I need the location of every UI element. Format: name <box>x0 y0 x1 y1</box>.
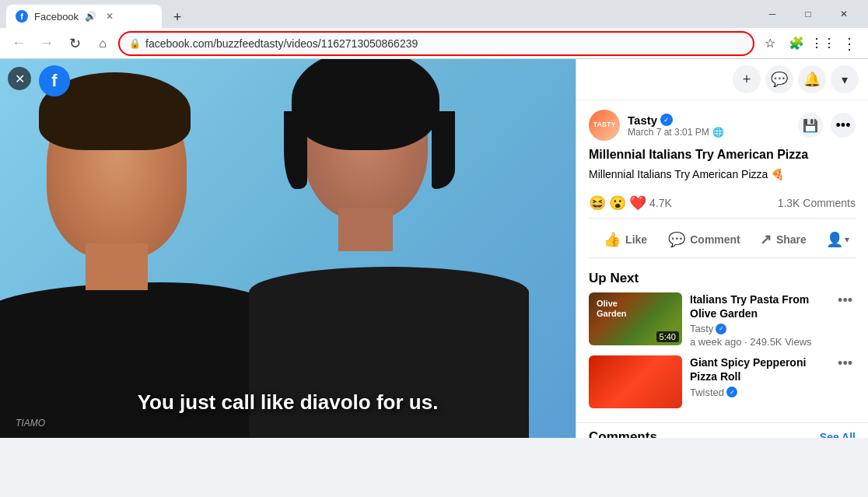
reactions-count: 4.7K <box>649 197 672 209</box>
title-bar: f Facebook 🔊 ✕ + ─ □ ✕ <box>0 0 868 28</box>
extensions-button[interactable]: 🧩 <box>784 31 809 56</box>
minimize-button[interactable]: ─ <box>754 2 790 26</box>
post-more-button[interactable]: ••• <box>831 113 856 138</box>
notifications-button[interactable]: 🔔 <box>798 65 826 93</box>
lock-icon: 🔒 <box>129 38 141 49</box>
up-next-section: Up Next OliveGarden 5:40 Italians Try Pa… <box>576 268 868 422</box>
home-button[interactable]: ⌂ <box>90 31 115 56</box>
messenger-button[interactable]: 💬 <box>765 65 793 93</box>
post-title: Millennial Italians Try American Pizza <box>589 147 856 163</box>
comment-label: Comment <box>690 233 740 246</box>
window-controls: ─ □ ✕ <box>754 2 862 26</box>
profile-button[interactable]: ⋮⋮ <box>810 31 835 56</box>
add-button[interactable]: + <box>733 65 761 93</box>
tab-title: Facebook <box>34 11 79 23</box>
tab-close-button[interactable]: ✕ <box>103 9 117 23</box>
like-icon: 👍 <box>604 231 621 248</box>
like-label: Like <box>625 233 647 246</box>
nav-right-icons: ☆ 🧩 ⋮⋮ ⋮ <box>758 31 862 56</box>
verified-badge-video-2: ✓ <box>726 387 737 397</box>
post-time-row: March 7 at 3:01 PM 🌐 <box>628 127 790 138</box>
account-dropdown-button[interactable]: ▾ <box>831 65 859 93</box>
tab-audio-icon: 🔊 <box>85 11 96 22</box>
post-save-button[interactable]: 💾 <box>798 113 823 138</box>
verified-badge: ✓ <box>660 114 673 126</box>
video-close-button[interactable]: ✕ <box>8 67 31 90</box>
see-all-link[interactable]: See All <box>820 431 856 438</box>
comments-header: Comments See All <box>589 429 856 438</box>
right-panel-topbar: + 💬 🔔 ▾ <box>576 59 868 100</box>
share-icon: ↗ <box>760 231 772 248</box>
video-item-1[interactable]: OliveGarden 5:40 Italians Try Pasta From… <box>589 292 856 348</box>
channel-name: Tasty <box>628 114 657 127</box>
comment-button[interactable]: 💬 Comment <box>662 225 747 254</box>
menu-button[interactable]: ⋮ <box>837 31 862 56</box>
url-text[interactable]: facebook.com/buzzfeedtasty/videos/116271… <box>145 37 744 50</box>
post-time: March 7 at 3:01 PM <box>628 127 709 138</box>
video-more-1[interactable]: ••• <box>835 292 856 309</box>
video-stats-1: a week ago · 249.5K Views <box>690 336 856 348</box>
verified-badge-video-1: ✓ <box>716 324 726 334</box>
video-info-2: Giant Spicy Pepperoni Pizza Roll ••• Twi… <box>690 355 856 397</box>
video-title-2: Giant Spicy Pepperoni Pizza Roll <box>690 355 835 383</box>
video-title-1: Italians Try Pasta From Olive Garden <box>690 292 835 320</box>
video-subtitle-text: You just call like diavolo for us. <box>138 390 439 414</box>
post-header: TASTY Tasty ✓ March 7 at 3:01 PM 🌐 💾 ••• <box>589 110 856 141</box>
avatar-mini-icon: 👤 <box>826 231 843 248</box>
tab-favicon: f <box>16 10 28 23</box>
video-channel-1: Tasty ✓ <box>690 323 856 334</box>
wow-emoji: 😮 <box>609 194 626 212</box>
post-meta: Tasty ✓ March 7 at 3:01 PM 🌐 <box>628 114 790 138</box>
like-button[interactable]: 👍 Like <box>589 225 662 254</box>
right-panel: + 💬 🔔 ▾ TASTY Tasty ✓ March 7 at 3:01 PM <box>576 59 868 438</box>
privacy-icon: 🌐 <box>712 127 724 138</box>
video-more-2[interactable]: ••• <box>835 355 856 372</box>
address-bar[interactable]: 🔒 facebook.com/buzzfeedtasty/videos/1162… <box>118 31 754 56</box>
share-label: Share <box>776 233 807 246</box>
forward-button[interactable]: → <box>34 31 59 56</box>
bookmark-button[interactable]: ☆ <box>758 31 782 56</box>
reactions-bar: 😆 😮 ❤️ 4.7K 1.3K Comments <box>589 188 856 219</box>
video-panel: You just call like diavolo for us. ✕ f T… <box>0 59 576 438</box>
video-subtitle-area: You just call like diavolo for us. <box>0 390 576 415</box>
video-item-2[interactable]: Giant Spicy Pepperoni Pizza Roll ••• Twi… <box>589 355 856 408</box>
post-description: Millennial Italians Try American Pizza 🍕 <box>589 168 856 180</box>
heart-emoji: ❤️ <box>629 194 646 212</box>
tiamo-text: TIAMO <box>16 418 45 429</box>
comments-section: Comments See All Write a comment... 😊 🎭 … <box>576 422 868 438</box>
person-left <box>0 59 280 438</box>
nav-bar: ← → ↻ ⌂ 🔒 facebook.com/buzzfeedtasty/vid… <box>0 28 868 59</box>
video-duration-1: 5:40 <box>656 331 679 342</box>
content-area: You just call like diavolo for us. ✕ f T… <box>0 59 868 438</box>
laugh-emoji: 😆 <box>589 194 606 212</box>
dropdown-arrow-icon: ▾ <box>845 234 849 245</box>
up-next-title: Up Next <box>589 271 856 286</box>
person-right <box>249 59 529 438</box>
share-button[interactable]: ↗ Share <box>747 225 820 254</box>
comments-title: Comments <box>589 429 657 438</box>
video-channel-2: Twisted ✓ <box>690 387 856 398</box>
reactions-left: 😆 😮 ❤️ 4.7K <box>589 194 672 212</box>
audience-selector-button[interactable]: 👤 ▾ <box>820 225 856 254</box>
channel-name-row: Tasty ✓ <box>628 114 790 127</box>
video-info-1: Italians Try Pasta From Olive Garden •••… <box>690 292 856 348</box>
active-tab[interactable]: f Facebook 🔊 ✕ <box>6 5 162 28</box>
video-thumb-1: OliveGarden 5:40 <box>589 292 682 345</box>
video-thumb-2 <box>589 355 682 408</box>
new-tab-button[interactable]: + <box>166 6 188 28</box>
close-window-button[interactable]: ✕ <box>826 2 862 26</box>
comment-icon: 💬 <box>668 231 685 248</box>
refresh-button[interactable]: ↻ <box>62 31 87 56</box>
action-buttons-row: 👍 Like 💬 Comment ↗ Share 👤 ▾ <box>589 222 856 258</box>
channel-avatar: TASTY <box>589 110 620 141</box>
maximize-button[interactable]: □ <box>790 2 826 26</box>
facebook-logo-button[interactable]: f <box>39 65 70 96</box>
comments-count: 1.3K Comments <box>778 197 856 209</box>
back-button[interactable]: ← <box>6 31 31 56</box>
post-section: TASTY Tasty ✓ March 7 at 3:01 PM 🌐 💾 •••… <box>576 100 868 268</box>
